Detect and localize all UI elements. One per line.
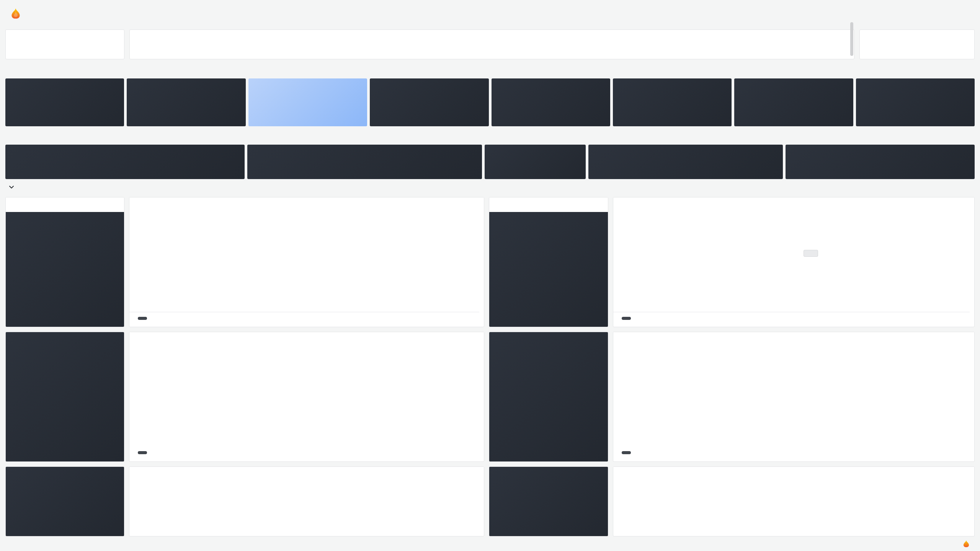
panel-title[interactable] — [6, 197, 124, 212]
header-row — [5, 29, 975, 59]
stat-panel-sonnenschein — [856, 78, 975, 126]
stat-panel-feinstaub-pm10 — [588, 145, 783, 179]
series-color-swatch — [622, 451, 631, 454]
panel-title[interactable] — [129, 467, 484, 481]
stat-panel-windrichtung — [492, 78, 610, 126]
overview-stats-row — [5, 78, 975, 126]
chart-panel-luftdruck — [129, 466, 484, 536]
stat-panel-co2-big — [489, 466, 608, 536]
stat-panel-windgeschwindigkeit — [370, 78, 488, 126]
stat-panel-luftfeuchtigkeit-big — [5, 332, 124, 462]
legend-series[interactable] — [129, 451, 479, 454]
chart-panel-co2 — [613, 466, 975, 536]
empty-state — [651, 216, 970, 285]
brand-panel — [859, 29, 975, 59]
chart-legend — [129, 301, 484, 327]
stat-panel-feinstaub-pm25 — [786, 145, 975, 179]
stat-panel-windrichtung-big — [489, 332, 608, 462]
top-navbar — [0, 0, 980, 27]
grafana-logo-icon — [10, 7, 21, 20]
windrichtung-chart-plot[interactable] — [613, 347, 974, 446]
scrollbar-thumb[interactable] — [850, 22, 853, 56]
stat-panel-temperatur — [5, 78, 124, 126]
bigstat-co2 — [489, 467, 608, 536]
series-color-swatch — [138, 451, 147, 454]
chart-panel-windgeschwindigkeit — [613, 197, 975, 327]
environment-stats-row — [5, 145, 975, 179]
bigstat-windgeschwindigkeit — [489, 212, 608, 327]
grafana-logo-icon — [962, 540, 970, 548]
panel-umweltdaten-1 — [5, 197, 124, 327]
legend-series[interactable] — [613, 451, 970, 454]
stat-panel-luftdruck — [248, 78, 367, 126]
dashboard-title-panel — [129, 29, 854, 59]
luftdruck-chart-plot[interactable] — [129, 481, 484, 536]
stat-panel-wassertemperatur — [5, 145, 245, 179]
series-color-swatch — [622, 317, 631, 320]
live-data-grid — [5, 197, 975, 536]
legend-series[interactable] — [129, 317, 273, 320]
legend-series[interactable] — [613, 317, 763, 320]
stat-panel-regen — [613, 78, 732, 126]
contact-panel — [5, 29, 124, 59]
zoom-to-data-button[interactable] — [804, 250, 818, 257]
panel-umweltdaten-2 — [489, 197, 608, 327]
temperatur-chart-plot[interactable] — [129, 212, 484, 301]
chevron-down-icon — [8, 184, 15, 190]
stat-panel-luftdruck-big — [5, 466, 124, 536]
stat-panel-wasser-ph — [247, 145, 482, 179]
bigstat-windrichtung — [489, 332, 608, 461]
stat-panel-niederschlag — [734, 78, 853, 126]
luftfeuchtigkeit-chart-plot[interactable] — [129, 347, 484, 446]
panel-title[interactable] — [489, 197, 608, 212]
bigstat-temperatur — [6, 212, 124, 327]
panel-title[interactable] — [129, 197, 484, 212]
bigstat-luftfeuchtigkeit — [6, 332, 124, 461]
panel-title[interactable] — [129, 332, 484, 347]
stat-panel-luftfeuchtigkeit — [127, 78, 245, 126]
panel-title[interactable] — [613, 467, 974, 481]
chart-legend — [613, 446, 974, 461]
chart-panel-windrichtung — [613, 332, 975, 462]
panel-title[interactable] — [613, 197, 974, 212]
section-header-live[interactable] — [8, 181, 18, 193]
co2-chart-plot[interactable] — [613, 481, 974, 536]
powered-by-grafana-link[interactable] — [959, 540, 973, 548]
bigstat-luftdruck — [6, 467, 124, 536]
chart-legend — [613, 301, 974, 327]
stat-panel-co2 — [485, 145, 586, 179]
panel-title[interactable] — [613, 332, 974, 347]
chart-panel-temperatur — [129, 197, 484, 327]
series-color-swatch — [138, 317, 147, 320]
chart-panel-luftfeuchtigkeit — [129, 332, 484, 462]
chart-legend — [129, 446, 484, 461]
